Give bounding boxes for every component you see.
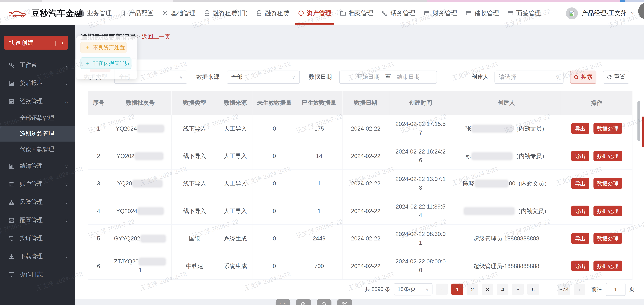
car-logo-icon — [8, 8, 28, 18]
menu-item-bad-asset-disposal[interactable]: ＋ 不良资产处置 — [80, 42, 126, 53]
cell-created-time: 2024-02-22 16:24:26 — [389, 142, 452, 170]
sidebar-item[interactable]: 账户管理∨ — [0, 175, 75, 193]
time-line2: 7 — [419, 128, 422, 137]
data-date-label: 数据日期 — [309, 71, 332, 84]
export-button[interactable]: 导出 — [571, 151, 589, 161]
process-data-button[interactable]: 数据处理 — [593, 178, 622, 189]
table-row: 1YQ2024线下导入人工导入01752024-02-222024-02-22 … — [88, 115, 632, 142]
page-button[interactable]: 4 — [497, 284, 508, 295]
table-row: 5GYYQ202国银系统生成024492024-02-222024-02-22 … — [88, 225, 632, 252]
app-window: 豆秒汽车金融 业务管理产品配置基础管理融资租赁(旧)融资租赁资产管理档案管理话务… — [0, 0, 644, 305]
sidebar-item[interactable]: 贷后报表∨ — [0, 74, 75, 92]
column-header: 操作 — [561, 91, 632, 115]
sidebar-item[interactable]: 还款管理∧ — [0, 92, 75, 110]
export-button[interactable]: 导出 — [571, 233, 589, 244]
sidebar-item[interactable]: 下载管理∨ — [0, 248, 75, 266]
export-button[interactable]: 导出 — [571, 261, 589, 271]
nav-tab[interactable]: 融资租赁 — [256, 1, 290, 24]
recorder-widget[interactable]: ✕ — [628, 2, 644, 20]
sidebar-subitem[interactable]: 全部还款管理 — [0, 110, 75, 126]
page-button[interactable]: 3 — [482, 284, 494, 295]
data-source-select[interactable]: 全部 ∨ — [227, 71, 300, 84]
cell-batch: YQ2024 — [109, 197, 172, 225]
nav-tab[interactable]: 财务管理 — [424, 1, 457, 24]
export-button[interactable]: 导出 — [571, 123, 589, 134]
prev-page-button[interactable]: ‹ — [436, 284, 448, 295]
creator-suffix: （内勤文员） — [515, 207, 550, 215]
nav-tab[interactable]: 产品配置 — [120, 1, 154, 24]
server-icon — [8, 217, 15, 224]
goto-page-input[interactable] — [606, 283, 625, 296]
nav-tab[interactable]: 融资租赁(旧) — [204, 1, 248, 24]
process-data-button[interactable]: 数据处理 — [593, 233, 622, 244]
browser-strip-lavender — [625, 0, 644, 1]
top-navbar: 豆秒汽车金融 业务管理产品配置基础管理融资租赁(旧)融资租赁资产管理档案管理话务… — [0, 1, 644, 25]
menu-item-non-insured-loss[interactable]: ＋ 非在保损失平账 — [80, 57, 131, 69]
sidebar-item[interactable]: 风险管理∨ — [0, 193, 75, 211]
search-icon — [574, 74, 579, 80]
sidebar-item-label: 投诉管理 — [20, 235, 43, 242]
nav-tab[interactable]: 基础管理 — [162, 1, 196, 24]
start-date-input[interactable]: 开始日期 — [356, 73, 380, 81]
cell-created-time: 2024-02-22 13:07:13 — [389, 170, 452, 197]
redaction-blur — [476, 180, 508, 187]
process-data-button[interactable]: 数据处理 — [593, 261, 622, 271]
column-header: 未生效数据量 — [253, 91, 296, 115]
zoom-in-icon[interactable] — [296, 299, 311, 305]
batch-line: YQ2024 — [116, 124, 165, 133]
export-button[interactable]: 导出 — [571, 178, 589, 189]
user-menu[interactable]: 产品经理-王文萍 ∨ — [566, 1, 634, 24]
process-data-button[interactable]: 数据处理 — [593, 206, 622, 216]
time-line2: 3 — [419, 183, 422, 192]
export-button[interactable]: 导出 — [571, 206, 589, 216]
page-button[interactable]: 1 — [452, 284, 463, 295]
sidebar-item[interactable]: 配置管理∨ — [0, 211, 75, 230]
back-link[interactable]: 返回上一页 — [142, 33, 170, 40]
page-button[interactable]: 573 — [558, 284, 570, 295]
nav-tab[interactable]: 业务管理 — [78, 1, 112, 24]
sidebar-item[interactable]: 工作台∨ — [0, 56, 75, 74]
table-header-row: 序号数据批次号数据类型数据来源未生效数据量已生效数据量数据日期创建时间创建人操作 — [88, 91, 632, 115]
sidebar-item[interactable]: 操作日志 — [0, 266, 75, 284]
table-scrollbar[interactable] — [637, 101, 640, 141]
sidebar-subitem[interactable]: 代偿回款管理 — [0, 142, 75, 157]
cell-type: 线下导入 — [172, 115, 218, 142]
page-button[interactable]: 2 — [467, 284, 478, 295]
sidebar-item-label: 账户管理 — [20, 181, 43, 188]
sidebar-item[interactable]: 投诉管理 — [0, 230, 75, 248]
nav-tab[interactable]: 催收管理 — [465, 1, 499, 24]
next-page-button[interactable]: › — [574, 284, 585, 295]
sidebar-item[interactable]: 结清管理∨ — [0, 157, 75, 175]
time-line1: 2024-02-22 17:15:5 — [396, 120, 446, 129]
more-pages-icon[interactable]: ··· — [542, 284, 554, 295]
nav-tab[interactable]: 档案管理 — [340, 1, 373, 24]
chevron-down-icon: ∨ — [65, 255, 68, 259]
page-size-select[interactable]: 15条/页 ∨ — [394, 283, 432, 296]
nav-tab[interactable]: 资产管理 — [298, 1, 332, 24]
creator-select[interactable]: 请选择 ∨ — [494, 71, 564, 84]
brand-logo[interactable]: 豆秒汽车金融 — [8, 1, 83, 24]
sidebar-subitem-label: 逾期还款管理 — [20, 130, 54, 137]
page-button[interactable]: 6 — [527, 284, 539, 295]
quick-create-button[interactable]: 快速创建 | › — [4, 36, 68, 50]
sidebar-subitem[interactable]: 逾期还款管理 — [0, 126, 75, 142]
fullscreen-icon[interactable] — [337, 299, 352, 305]
cell-type: 线下导入 — [172, 170, 218, 197]
reset-button[interactable]: 重置 — [603, 71, 629, 84]
page-button[interactable]: 5 — [512, 284, 524, 295]
redaction-blur — [138, 125, 164, 132]
date-range-picker[interactable]: 开始日期 至 结束日期 — [339, 71, 437, 84]
creator-line: 陈晓00（内勤文员） — [463, 179, 550, 188]
edge-scroll-indicator[interactable] — [642, 117, 644, 147]
brand-name: 豆秒汽车金融 — [31, 8, 83, 19]
nav-tab[interactable]: 面签管理 — [507, 1, 541, 24]
creator-line: （内勤文员） — [463, 207, 550, 215]
nav-tab[interactable]: 话务管理 — [382, 1, 415, 24]
ratio-button[interactable]: 1:1 — [276, 299, 290, 305]
zoom-out-icon[interactable] — [317, 299, 332, 305]
process-data-button[interactable]: 数据处理 — [593, 151, 622, 161]
creator-suffix: （内勤文员） — [513, 124, 548, 133]
search-button[interactable]: 搜索 — [570, 71, 596, 84]
end-date-input[interactable]: 结束日期 — [397, 73, 420, 81]
process-data-button[interactable]: 数据处理 — [593, 123, 622, 134]
